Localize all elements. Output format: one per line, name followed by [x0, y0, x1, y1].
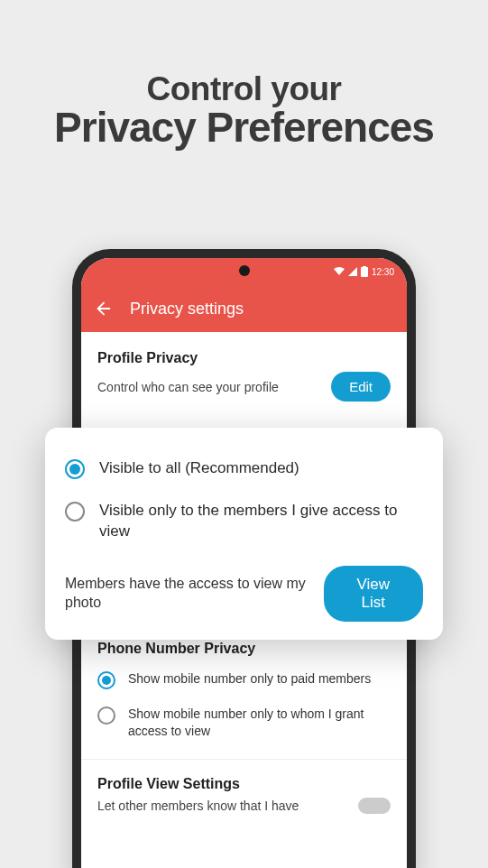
phone-privacy-title: Phone Number Privacy — [97, 641, 391, 657]
promo-heading: Control your Privacy Preferences — [0, 0, 488, 152]
visibility-opt-members[interactable]: Visible only to the members I give acces… — [65, 490, 423, 553]
profile-privacy-desc: Control who can see your profile — [97, 380, 331, 394]
wifi-icon — [334, 267, 345, 276]
radio-icon — [97, 671, 115, 689]
signal-icon — [348, 267, 357, 276]
profile-view-toggle[interactable] — [358, 798, 391, 814]
profile-privacy-section: Profile Privacy Control who can see your… — [81, 332, 407, 416]
phone-opt-grant[interactable]: Show mobile number only to whom I grant … — [97, 697, 391, 748]
profile-privacy-title: Profile Privacy — [97, 350, 391, 366]
radio-label: Show mobile number only to paid members — [128, 670, 371, 688]
edit-button[interactable]: Edit — [331, 372, 391, 402]
phone-privacy-section: Phone Number Privacy Show mobile number … — [81, 624, 407, 759]
svg-rect-0 — [361, 267, 368, 277]
visibility-overlay-card: Visible to all (Recommended) Visible onl… — [45, 428, 443, 640]
radio-icon — [65, 502, 85, 522]
profile-view-desc: Let other members know that I have — [97, 799, 347, 813]
battery-icon — [361, 266, 368, 277]
status-time: 12:30 — [372, 267, 394, 277]
page-title: Privacy settings — [130, 300, 244, 319]
radio-icon — [97, 706, 115, 725]
camera-dot — [239, 265, 250, 276]
app-header: Privacy settings — [81, 285, 407, 332]
radio-icon — [65, 459, 85, 479]
radio-label: Visible only to the members I give acces… — [99, 501, 423, 542]
svg-rect-1 — [363, 266, 366, 268]
visibility-opt-all[interactable]: Visible to all (Recommended) — [65, 448, 423, 490]
radio-label: Show mobile number only to whom I grant … — [128, 706, 391, 740]
profile-view-section: Profile View Settings Let other members … — [81, 760, 407, 814]
back-arrow-icon[interactable] — [94, 299, 114, 319]
view-list-button[interactable]: View List — [324, 566, 423, 622]
radio-label: Visible to all (Recommended) — [99, 458, 299, 479]
promo-line-2: Privacy Preferences — [0, 103, 488, 152]
phone-opt-paid[interactable]: Show mobile number only to paid members — [97, 662, 391, 697]
profile-view-title: Profile View Settings — [97, 776, 391, 792]
photo-access-text: Members have the access to view my photo — [65, 575, 324, 613]
